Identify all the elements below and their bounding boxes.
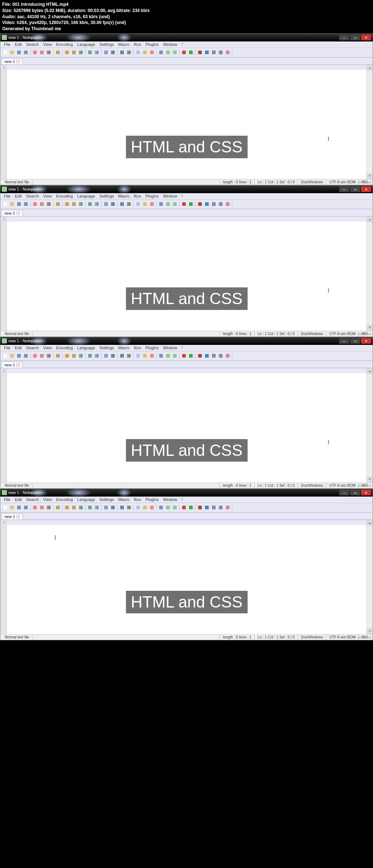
stop-button[interactable] [197,201,203,207]
macro2-button[interactable] [217,353,224,359]
tab-close-icon[interactable]: × [16,211,20,215]
wrap-button[interactable] [126,504,132,511]
find-button[interactable] [94,353,100,359]
scroll-up-icon[interactable]: ▲ [367,216,373,223]
menu-window[interactable]: Window [161,497,180,502]
redo-button[interactable] [87,504,93,511]
maximize-button[interactable]: ▭ [350,35,360,40]
spell-button[interactable] [224,504,231,511]
playrec-button[interactable] [204,49,210,56]
rec-button[interactable] [181,49,187,56]
replace-button[interactable] [103,353,109,359]
save-button[interactable] [16,201,22,207]
scroll-down-icon[interactable]: ▼ [367,628,373,634]
replace-button[interactable] [103,201,109,207]
menu-search[interactable]: Search [24,42,41,47]
closeall-button[interactable] [39,353,45,359]
menu-settings[interactable]: Settings [97,497,116,502]
menu-edit[interactable]: Edit [13,194,24,198]
copy-button[interactable] [64,201,70,207]
menu-plugins[interactable]: Plugins [144,194,161,198]
tab-close-icon[interactable]: × [16,60,20,63]
vertical-scrollbar[interactable]: ▲ ▼ [366,368,373,482]
cut-button[interactable] [55,504,61,511]
menu-run[interactable]: Run [131,497,143,502]
cut-button[interactable] [55,49,61,56]
menu-macro[interactable]: Macro [116,194,132,198]
save-button[interactable] [16,49,22,56]
vertical-scrollbar[interactable]: ▲ ▼ [366,216,373,331]
maximize-button[interactable]: ▭ [350,490,360,495]
menu-search[interactable]: Search [24,497,41,502]
open-button[interactable] [9,504,15,511]
menu-plugins[interactable]: Plugins [144,497,161,502]
menu-window[interactable]: Window [161,346,180,350]
menu-macro[interactable]: Macro [116,42,132,47]
macro2-button[interactable] [217,504,224,511]
macro2-button[interactable] [217,201,224,207]
menu-window[interactable]: Window [161,42,180,47]
cut-button[interactable] [55,201,61,207]
print-button[interactable] [46,353,52,359]
guide-button[interactable] [142,49,148,56]
guide-button[interactable] [142,353,148,359]
menu-macro[interactable]: Macro [116,346,132,350]
stop-button[interactable] [197,49,203,56]
paste-button[interactable] [71,201,77,207]
zoomout-button[interactable] [119,353,125,359]
close-button[interactable]: ✕ [361,490,371,495]
menu-settings[interactable]: Settings [97,346,116,350]
menu-file[interactable]: File [2,42,13,47]
maximize-button[interactable]: ▭ [350,338,360,344]
wrap-button[interactable] [126,201,132,207]
menu-encoding[interactable]: Encoding [54,194,75,198]
closeall-button[interactable] [39,504,45,511]
menu-plugins[interactable]: Plugins [144,42,161,47]
play-button[interactable] [188,49,194,56]
document-tab[interactable]: new 1 × [2,362,23,368]
play-button[interactable] [188,353,194,359]
menu-view[interactable]: View [41,497,54,502]
comment-button[interactable] [165,201,171,207]
maximize-button[interactable]: ▭ [350,186,360,192]
menu-view[interactable]: View [41,194,54,198]
tab-close-icon[interactable]: × [16,515,20,518]
copy-button[interactable] [64,504,70,511]
menu-settings[interactable]: Settings [97,194,116,198]
document-tab[interactable]: new 1 × [2,58,23,64]
replace-button[interactable] [103,504,109,511]
redo-button[interactable] [87,49,93,56]
guide-button[interactable] [142,504,148,511]
scroll-down-icon[interactable]: ▼ [367,324,373,331]
undo-button[interactable] [78,504,84,511]
menu-language[interactable]: Language [75,42,97,47]
paste-button[interactable] [71,353,77,359]
new-button[interactable] [2,504,8,511]
menu-run[interactable]: Run [131,194,143,198]
menu-plugins[interactable]: Plugins [144,346,161,350]
document-tab[interactable]: new 1 × [2,513,23,519]
spell-button[interactable] [224,49,231,56]
showall-button[interactable] [135,49,141,56]
new-button[interactable] [2,49,8,56]
showall-button[interactable] [135,504,141,511]
uncomment-button[interactable] [172,353,178,359]
redo-button[interactable] [87,201,93,207]
playrec-button[interactable] [204,201,210,207]
menu-search[interactable]: Search [24,346,41,350]
menu-language[interactable]: Language [75,194,97,198]
menu-edit[interactable]: Edit [13,42,24,47]
text-editor[interactable]: HTML and CSS I [7,368,366,482]
zoomout-button[interactable] [119,49,125,56]
uncomment-button[interactable] [172,504,178,511]
menu-run[interactable]: Run [131,346,143,350]
menu-encoding[interactable]: Encoding [54,497,75,502]
macro1-button[interactable] [211,49,217,56]
close-button[interactable] [32,49,38,56]
func-button[interactable] [149,201,155,207]
vertical-scrollbar[interactable]: ▲ ▼ [366,520,373,634]
scroll-up-icon[interactable]: ▲ [367,65,373,71]
zoomout-button[interactable] [119,201,125,207]
redo-button[interactable] [87,353,93,359]
menu-search[interactable]: Search [24,194,41,198]
